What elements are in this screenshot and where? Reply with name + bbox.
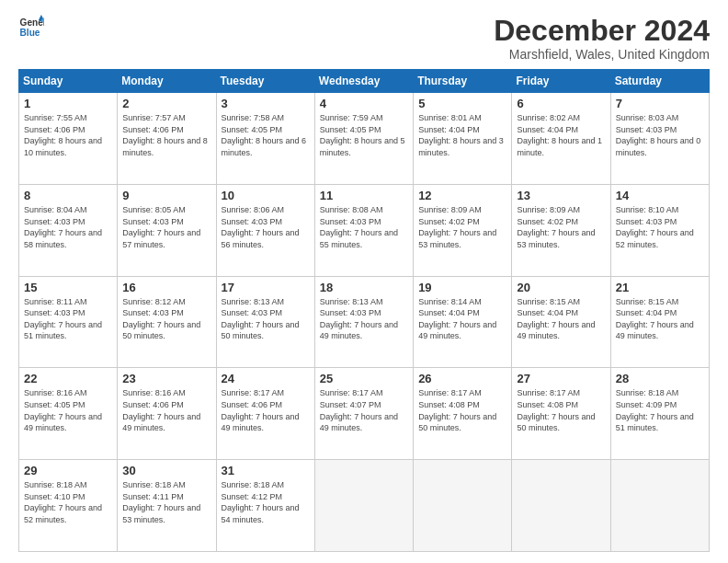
day-number: 28 — [616, 372, 704, 385]
table-row — [610, 460, 709, 552]
day-info: Sunrise: 8:04 AMSunset: 4:03 PMDaylight:… — [24, 204, 112, 250]
title-block: December 2024 Marshfield, Wales, United … — [494, 15, 710, 62]
day-info: Sunrise: 8:05 AMSunset: 4:03 PMDaylight:… — [122, 204, 210, 250]
table-row: 18Sunrise: 8:13 AMSunset: 4:03 PMDayligh… — [314, 276, 413, 368]
day-number: 5 — [418, 97, 506, 110]
table-row: 25Sunrise: 8:17 AMSunset: 4:07 PMDayligh… — [314, 368, 413, 460]
table-row: 13Sunrise: 8:09 AMSunset: 4:02 PMDayligh… — [512, 184, 610, 276]
table-row: 12Sunrise: 8:09 AMSunset: 4:02 PMDayligh… — [414, 184, 512, 276]
table-row: 22Sunrise: 8:16 AMSunset: 4:05 PMDayligh… — [19, 368, 118, 460]
day-number: 11 — [320, 189, 408, 202]
col-monday: Monday — [118, 70, 216, 93]
day-info: Sunrise: 8:06 AMSunset: 4:03 PMDaylight:… — [222, 204, 310, 250]
day-info: Sunrise: 8:18 AMSunset: 4:12 PMDaylight:… — [222, 479, 310, 525]
table-row: 3Sunrise: 7:58 AMSunset: 4:05 PMDaylight… — [216, 93, 314, 185]
day-info: Sunrise: 8:09 AMSunset: 4:02 PMDaylight:… — [418, 204, 506, 250]
table-row: 30Sunrise: 8:18 AMSunset: 4:11 PMDayligh… — [118, 460, 216, 552]
day-number: 3 — [222, 97, 310, 110]
day-info: Sunrise: 8:10 AMSunset: 4:03 PMDaylight:… — [616, 204, 704, 250]
day-info: Sunrise: 8:13 AMSunset: 4:03 PMDaylight:… — [320, 296, 408, 342]
day-info: Sunrise: 8:16 AMSunset: 4:06 PMDaylight:… — [122, 387, 210, 433]
day-number: 20 — [517, 281, 605, 294]
table-row: 29Sunrise: 8:18 AMSunset: 4:10 PMDayligh… — [19, 460, 118, 552]
header-row: Sunday Monday Tuesday Wednesday Thursday… — [19, 70, 710, 93]
table-row: 11Sunrise: 8:08 AMSunset: 4:03 PMDayligh… — [314, 184, 413, 276]
day-info: Sunrise: 8:15 AMSunset: 4:04 PMDaylight:… — [517, 296, 605, 342]
header: General Blue December 2024 Marshfield, W… — [18, 15, 710, 62]
table-row: 1Sunrise: 7:55 AMSunset: 4:06 PMDaylight… — [19, 93, 118, 185]
table-row: 16Sunrise: 8:12 AMSunset: 4:03 PMDayligh… — [118, 276, 216, 368]
table-row: 31Sunrise: 8:18 AMSunset: 4:12 PMDayligh… — [216, 460, 314, 552]
day-info: Sunrise: 8:02 AMSunset: 4:04 PMDaylight:… — [517, 112, 605, 158]
day-number: 1 — [24, 97, 112, 110]
page: General Blue December 2024 Marshfield, W… — [0, 0, 728, 563]
day-number: 24 — [222, 372, 310, 385]
subtitle: Marshfield, Wales, United Kingdom — [494, 47, 710, 62]
table-row: 19Sunrise: 8:14 AMSunset: 4:04 PMDayligh… — [414, 276, 512, 368]
table-row: 28Sunrise: 8:18 AMSunset: 4:09 PMDayligh… — [610, 368, 709, 460]
day-number: 29 — [24, 464, 112, 477]
col-saturday: Saturday — [610, 70, 709, 93]
day-number: 15 — [24, 281, 112, 294]
day-info: Sunrise: 8:12 AMSunset: 4:03 PMDaylight:… — [122, 296, 210, 342]
day-info: Sunrise: 8:14 AMSunset: 4:04 PMDaylight:… — [418, 296, 506, 342]
day-number: 23 — [122, 372, 210, 385]
main-title: December 2024 — [494, 15, 710, 47]
day-info: Sunrise: 8:17 AMSunset: 4:08 PMDaylight:… — [517, 387, 605, 433]
day-info: Sunrise: 7:58 AMSunset: 4:05 PMDaylight:… — [222, 112, 310, 158]
day-number: 7 — [616, 97, 704, 110]
table-row: 4Sunrise: 7:59 AMSunset: 4:05 PMDaylight… — [314, 93, 413, 185]
table-row: 27Sunrise: 8:17 AMSunset: 4:08 PMDayligh… — [512, 368, 610, 460]
svg-text:Blue: Blue — [20, 28, 40, 38]
col-tuesday: Tuesday — [216, 70, 314, 93]
day-number: 19 — [418, 281, 506, 294]
logo: General Blue — [18, 15, 44, 40]
day-info: Sunrise: 8:18 AMSunset: 4:09 PMDaylight:… — [616, 387, 704, 433]
day-number: 6 — [517, 97, 605, 110]
day-number: 10 — [222, 189, 310, 202]
day-info: Sunrise: 8:03 AMSunset: 4:03 PMDaylight:… — [616, 112, 704, 158]
day-number: 27 — [517, 372, 605, 385]
day-info: Sunrise: 7:57 AMSunset: 4:06 PMDaylight:… — [122, 112, 210, 158]
day-number: 8 — [24, 189, 112, 202]
table-row — [512, 460, 610, 552]
day-number: 21 — [616, 281, 704, 294]
day-info: Sunrise: 7:55 AMSunset: 4:06 PMDaylight:… — [24, 112, 112, 158]
table-row: 2Sunrise: 7:57 AMSunset: 4:06 PMDaylight… — [118, 93, 216, 185]
table-row: 8Sunrise: 8:04 AMSunset: 4:03 PMDaylight… — [19, 184, 118, 276]
day-info: Sunrise: 8:17 AMSunset: 4:07 PMDaylight:… — [320, 387, 408, 433]
day-info: Sunrise: 8:01 AMSunset: 4:04 PMDaylight:… — [418, 112, 506, 158]
table-row: 23Sunrise: 8:16 AMSunset: 4:06 PMDayligh… — [118, 368, 216, 460]
table-row: 10Sunrise: 8:06 AMSunset: 4:03 PMDayligh… — [216, 184, 314, 276]
col-sunday: Sunday — [19, 70, 118, 93]
table-row: 6Sunrise: 8:02 AMSunset: 4:04 PMDaylight… — [512, 93, 610, 185]
day-info: Sunrise: 8:15 AMSunset: 4:04 PMDaylight:… — [616, 296, 704, 342]
table-row: 17Sunrise: 8:13 AMSunset: 4:03 PMDayligh… — [216, 276, 314, 368]
col-wednesday: Wednesday — [314, 70, 413, 93]
table-row: 20Sunrise: 8:15 AMSunset: 4:04 PMDayligh… — [512, 276, 610, 368]
table-row: 5Sunrise: 8:01 AMSunset: 4:04 PMDaylight… — [414, 93, 512, 185]
logo-icon: General Blue — [18, 15, 44, 40]
day-number: 25 — [320, 372, 408, 385]
day-number: 18 — [320, 281, 408, 294]
day-info: Sunrise: 8:18 AMSunset: 4:11 PMDaylight:… — [122, 479, 210, 525]
day-info: Sunrise: 8:16 AMSunset: 4:05 PMDaylight:… — [24, 387, 112, 433]
day-info: Sunrise: 7:59 AMSunset: 4:05 PMDaylight:… — [320, 112, 408, 158]
day-info: Sunrise: 8:17 AMSunset: 4:08 PMDaylight:… — [418, 387, 506, 433]
table-row: 7Sunrise: 8:03 AMSunset: 4:03 PMDaylight… — [610, 93, 709, 185]
day-number: 22 — [24, 372, 112, 385]
table-row — [414, 460, 512, 552]
table-row: 9Sunrise: 8:05 AMSunset: 4:03 PMDaylight… — [118, 184, 216, 276]
day-number: 17 — [222, 281, 310, 294]
day-number: 2 — [122, 97, 210, 110]
calendar-table: Sunday Monday Tuesday Wednesday Thursday… — [18, 69, 710, 552]
table-row: 14Sunrise: 8:10 AMSunset: 4:03 PMDayligh… — [610, 184, 709, 276]
table-row — [314, 460, 413, 552]
day-number: 26 — [418, 372, 506, 385]
table-row: 26Sunrise: 8:17 AMSunset: 4:08 PMDayligh… — [414, 368, 512, 460]
day-number: 30 — [122, 464, 210, 477]
col-thursday: Thursday — [414, 70, 512, 93]
day-number: 13 — [517, 189, 605, 202]
day-info: Sunrise: 8:13 AMSunset: 4:03 PMDaylight:… — [222, 296, 310, 342]
day-number: 9 — [122, 189, 210, 202]
